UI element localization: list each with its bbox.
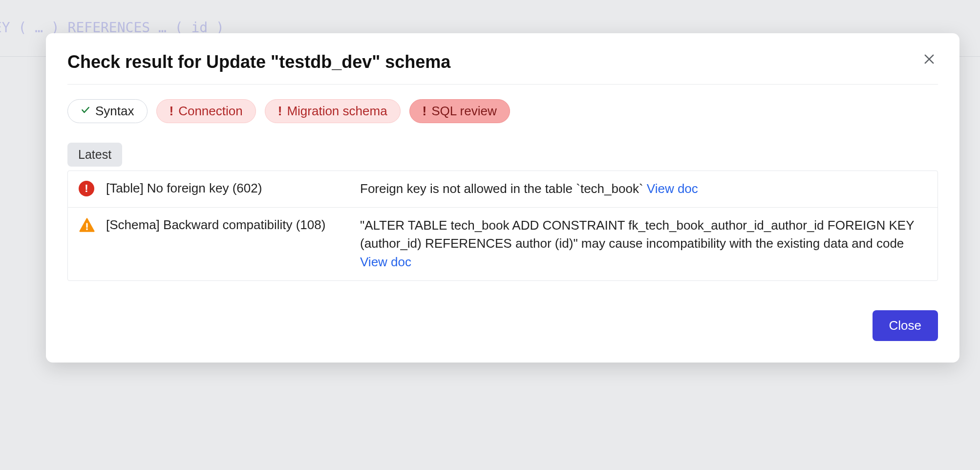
view-doc-link[interactable]: View doc xyxy=(360,255,411,269)
result-row: ! [Table] No foreign key (602) Foreign k… xyxy=(68,171,937,208)
tab-sql-review-label: SQL review xyxy=(431,104,496,119)
modal-header: Check result for Update "testdb_dev" sch… xyxy=(67,52,938,85)
bang-icon: ! xyxy=(278,104,282,119)
warning-icon xyxy=(79,217,96,236)
tab-migration-schema[interactable]: ! Migration schema xyxy=(265,99,401,123)
result-message-text: Foreign key is not allowed in the table … xyxy=(360,181,643,196)
svg-point-3 xyxy=(86,228,88,230)
tab-syntax[interactable]: Syntax xyxy=(67,99,148,123)
close-button[interactable]: Close xyxy=(873,310,938,341)
modal-title: Check result for Update "testdb_dev" sch… xyxy=(67,52,450,72)
modal-footer: Close xyxy=(67,310,938,341)
close-icon[interactable] xyxy=(920,52,938,68)
tab-connection[interactable]: ! Connection xyxy=(156,99,256,123)
check-result-modal: Check result for Update "testdb_dev" sch… xyxy=(46,33,959,363)
tab-connection-label: Connection xyxy=(178,104,243,119)
bang-icon: ! xyxy=(170,104,174,119)
result-row: [Schema] Backward compatibility (108) "A… xyxy=(68,208,937,280)
result-title: [Schema] Backward compatibility (108) xyxy=(106,216,350,234)
tab-sql-review[interactable]: ! SQL review xyxy=(409,99,510,123)
result-message: "ALTER TABLE tech_book ADD CONSTRAINT fk… xyxy=(360,216,927,272)
view-doc-link[interactable]: View doc xyxy=(647,181,698,196)
check-icon xyxy=(81,105,90,118)
latest-badge[interactable]: Latest xyxy=(67,143,122,167)
bang-icon: ! xyxy=(423,104,427,119)
tab-migration-label: Migration schema xyxy=(287,104,387,119)
results-table: ! [Table] No foreign key (602) Foreign k… xyxy=(67,171,938,281)
result-message: Foreign key is not allowed in the table … xyxy=(360,180,927,198)
check-tabs: Syntax ! Connection ! Migration schema !… xyxy=(67,99,938,123)
error-icon: ! xyxy=(79,181,96,196)
tab-syntax-label: Syntax xyxy=(95,104,134,119)
result-message-text: "ALTER TABLE tech_book ADD CONSTRAINT fk… xyxy=(360,218,914,251)
result-title: [Table] No foreign key (602) xyxy=(106,180,350,197)
